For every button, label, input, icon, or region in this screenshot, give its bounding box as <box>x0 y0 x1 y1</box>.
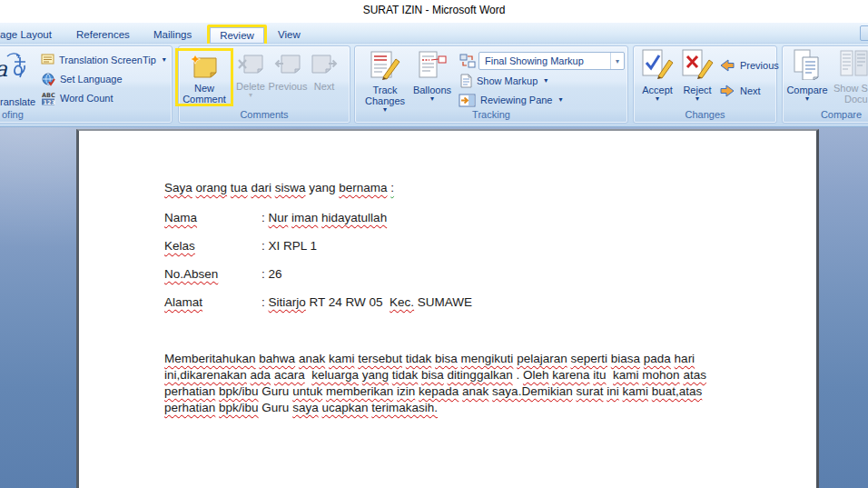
text-segment: Guru <box>259 401 293 414</box>
translate-icon: a <box>0 53 33 82</box>
text-segment: ditinggalkan <box>448 368 513 382</box>
word-count-label: Word Count <box>60 93 113 104</box>
ribbon-tab-row: age Layout References Mailings Review Vi… <box>0 23 868 44</box>
text-segment: terimakasih. <box>371 401 438 414</box>
text-segment: perhatian <box>164 384 215 398</box>
tab-mailings[interactable]: Mailings <box>153 29 192 40</box>
text-segment: : <box>261 295 269 309</box>
text-segment: perhatian <box>164 401 215 414</box>
tab-references[interactable]: References <box>76 29 130 40</box>
show-source-documents-label-line2: Docume <box>844 94 868 105</box>
next-change-button[interactable]: Next <box>719 83 761 99</box>
track-changes-button[interactable]: Track Changes <box>360 51 409 114</box>
text-segment: yang <box>362 368 389 382</box>
dropdown-arrow-icon <box>249 92 252 99</box>
text-segment: saya.Demikian <box>492 384 573 398</box>
text-segment: Sitiarjo <box>269 295 306 309</box>
text-segment: untuk <box>292 384 322 398</box>
compare-button[interactable]: Compare <box>784 49 830 103</box>
previous-comment-button[interactable]: Previous <box>269 53 307 92</box>
screentip-icon <box>41 54 54 66</box>
display-for-review-value: Final Showing Markup <box>479 55 610 66</box>
group-compare-label: Compare <box>784 108 868 122</box>
reject-button[interactable]: Reject <box>678 49 716 103</box>
word-window: SURAT IZIN - Microsoft Word age Layout R… <box>0 0 868 488</box>
show-source-documents-button[interactable]: Show S Docume <box>832 49 868 105</box>
previous-change-button[interactable]: Previous <box>719 57 779 74</box>
reviewing-pane-button[interactable]: Reviewing Pane <box>459 92 563 108</box>
display-for-review-dropdown[interactable]: Final Showing Markup <box>478 52 625 70</box>
delete-comment-icon <box>237 53 264 76</box>
text-segment: bisa <box>421 368 444 382</box>
balloons-button[interactable]: Balloons <box>410 51 454 103</box>
text-segment: No.Absen <box>164 267 218 281</box>
text-segment: bisa <box>435 352 458 365</box>
text-segment: hari <box>675 352 695 365</box>
new-comment-button[interactable]: New Comment <box>179 53 230 105</box>
document-line: Memberitahukan bahwa anak kami tersebut … <box>164 351 695 367</box>
dropdown-arrow-icon <box>695 95 699 103</box>
previous-change-icon <box>719 59 735 72</box>
text-segment: yang <box>305 181 339 194</box>
text-segment: kami <box>613 368 639 382</box>
text-segment: kami <box>329 352 355 365</box>
document-line: perhatian bpk/ibu Guru untuk memberikan … <box>164 383 702 400</box>
text-segment: SUMAWE <box>414 295 472 309</box>
text-segment: anak <box>299 352 325 365</box>
reviewing-pane-label: Reviewing Pane <box>480 95 553 105</box>
delete-comment-button[interactable]: Delete <box>233 53 268 99</box>
set-language-button[interactable]: Set Language <box>42 71 123 87</box>
text-segment: tidak <box>392 368 419 382</box>
text-segment: pelajaran <box>517 352 567 365</box>
text-segment: dari <box>251 181 271 194</box>
ribbon: Comments Tracking Changes Compare ofing … <box>0 44 868 127</box>
text-segment: . <box>513 368 523 382</box>
dropdown-arrow-icon <box>430 95 434 103</box>
text-segment: Nama <box>164 211 197 224</box>
group-changes-label: Changes <box>635 108 775 122</box>
text-segment: Memberitahukan <box>164 352 256 365</box>
translation-screentip-button[interactable]: Translation ScreenTip <box>41 52 166 68</box>
text-segment: bernama <box>339 181 387 194</box>
text-segment: kepada <box>419 384 459 398</box>
text-segment: atas <box>683 368 706 382</box>
document-line: Saya orang tua dari siswa yang bernama : <box>164 180 394 196</box>
combobox-arrow-icon[interactable] <box>610 53 624 69</box>
document-line: perhatian bpk/ibu Guru saya ucapkan teri… <box>164 400 438 416</box>
reject-icon <box>680 49 715 80</box>
document-page[interactable]: Saya orang tua dari siswa yang bernama :… <box>76 129 819 488</box>
word-count-button[interactable]: ABC 123 Word Count <box>41 90 113 106</box>
tab-review[interactable]: Review <box>210 30 264 41</box>
new-comment-icon <box>189 53 220 78</box>
document-line: Alamat: Sitiarjo RT 24 RW 05 Kec. SUMAWE <box>164 294 472 311</box>
previous-change-label: Previous <box>740 60 779 71</box>
show-markup-icon <box>460 74 472 88</box>
text-segment: saya <box>292 401 319 414</box>
text-segment: anak <box>462 384 488 398</box>
show-source-documents-icon <box>839 49 868 78</box>
accept-button[interactable]: Accept <box>636 49 678 103</box>
text-segment: ada <box>251 368 271 382</box>
translate-button[interactable]: ranslate <box>0 96 35 107</box>
text-segment: karena <box>552 368 589 382</box>
tab-view[interactable]: View <box>278 29 301 40</box>
next-comment-button[interactable]: Next <box>308 53 340 92</box>
text-segment: keluarga <box>311 368 359 382</box>
text-segment: orang <box>196 181 228 194</box>
text-segment: tidak <box>406 352 432 365</box>
text-segment: bpk/ibu <box>219 401 259 414</box>
text-segment: Guru <box>259 384 293 398</box>
group-proofing-label-strip <box>0 108 171 122</box>
dropdown-arrow-icon <box>544 77 547 85</box>
show-markup-button[interactable]: Show Markup <box>460 73 547 89</box>
text-segment: : XI RPL 1 <box>261 239 317 253</box>
document-line: Kelas: XI RPL 1 <box>164 238 317 254</box>
svg-text:123: 123 <box>44 98 56 105</box>
track-changes-label: Track Changes <box>360 85 409 106</box>
show-markup-label: Show Markup <box>477 75 538 86</box>
previous-comment-label: Previous <box>269 81 308 92</box>
text-segment: RT 24 RW 05 <box>306 295 390 309</box>
tab-page-layout[interactable]: age Layout <box>0 29 52 40</box>
dropdown-arrow-icon <box>383 106 387 114</box>
text-segment: ucapkan <box>321 401 368 414</box>
